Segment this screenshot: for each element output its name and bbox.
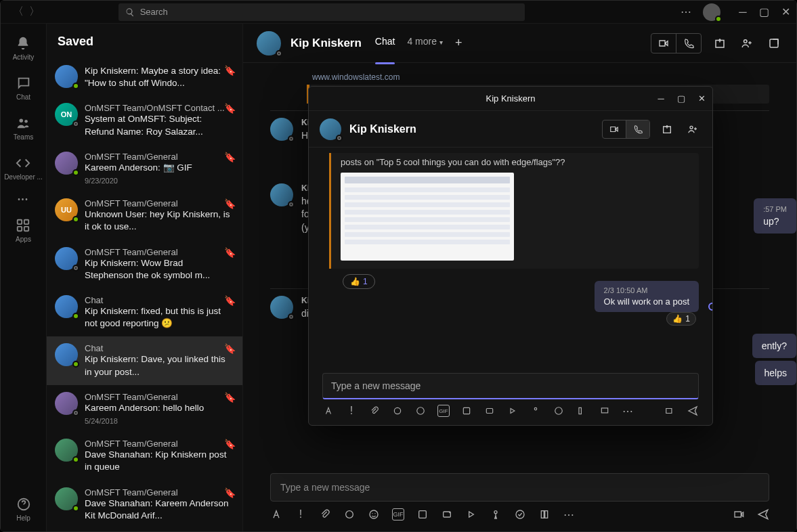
list-text: Kip Kniskern: Maybe a story idea: "How t…	[85, 65, 233, 89]
rail-chat[interactable]: Chat	[16, 76, 31, 101]
chat-avatar[interactable]	[257, 31, 281, 56]
bookmark-icon[interactable]: 🔖	[224, 65, 236, 76]
share-button[interactable]	[711, 35, 729, 52]
tab-more[interactable]: 4 more ▾	[407, 33, 442, 53]
forward-button[interactable]: 〉	[29, 5, 40, 19]
rail-help[interactable]: Help	[16, 497, 31, 522]
bookmark-icon[interactable]: 🔖	[224, 487, 236, 498]
together-icon[interactable]	[483, 405, 496, 417]
bookmark-icon[interactable]: 🔖	[224, 103, 236, 114]
saved-item[interactable]: UUOnMSFT Team/GeneralUnknown User: hey K…	[47, 192, 242, 240]
minimize-button[interactable]: ─	[738, 7, 748, 17]
saved-item[interactable]: OnMSFT Team/GeneralKareem Anderson: hell…	[47, 385, 242, 432]
loop-icon[interactable]	[343, 508, 356, 520]
reaction-pill[interactable]: 👍1	[343, 274, 375, 289]
saved-item[interactable]: ChatKip Kniskern: fixed, but this is jus…	[47, 288, 242, 336]
approvals-icon[interactable]	[553, 405, 565, 417]
bookmark-icon[interactable]: 🔖	[224, 198, 236, 209]
popout-add-people-button[interactable]	[684, 120, 702, 138]
message-avatar[interactable]	[270, 296, 293, 319]
profile-avatar[interactable]	[703, 3, 720, 21]
search-input[interactable]: Search	[119, 3, 525, 21]
attach-icon[interactable]	[319, 508, 331, 520]
praise-icon[interactable]	[530, 405, 542, 417]
saved-item[interactable]: OnMSFT Team/GeneralDave Shanahan: Kip Kn…	[47, 432, 242, 480]
rail-more[interactable]: •••	[18, 196, 29, 203]
rail-apps[interactable]: Apps	[16, 218, 31, 243]
priority-icon[interactable]: !	[295, 508, 307, 520]
schedule-icon[interactable]	[733, 508, 745, 520]
compose-input[interactable]: Type a new message	[270, 473, 769, 502]
rail-teams[interactable]: Teams	[14, 116, 33, 141]
popout-video-button[interactable]	[603, 120, 626, 138]
more-icon[interactable]: ⋯	[681, 7, 691, 17]
more-icon[interactable]: ⋯	[622, 405, 634, 417]
format-icon[interactable]	[270, 508, 282, 520]
message-avatar[interactable]	[270, 118, 293, 141]
chat-tabs: Chat 4 more ▾ +	[375, 33, 462, 53]
image-thumbnail[interactable]	[341, 173, 514, 261]
emoji-icon[interactable]	[414, 405, 427, 417]
viva-icon[interactable]	[576, 405, 588, 417]
attach-icon[interactable]	[368, 405, 381, 417]
bookmark-icon[interactable]: 🔖	[224, 392, 236, 403]
stream-icon[interactable]	[507, 405, 519, 417]
schedule-icon[interactable]	[664, 405, 676, 417]
saved-item[interactable]: ONOnMSFT Team/OnMSFT Contact ...System a…	[47, 96, 242, 144]
gif-icon[interactable]: GIF	[392, 508, 404, 520]
add-people-button[interactable]	[738, 35, 756, 52]
praise-icon[interactable]	[490, 508, 502, 520]
audio-call-button[interactable]	[676, 34, 701, 53]
approvals-icon[interactable]	[514, 508, 526, 520]
rail-developer[interactable]: Developer ...	[4, 156, 43, 181]
list-title: Chat	[85, 295, 233, 305]
maximize-button[interactable]: ▢	[760, 7, 769, 17]
bookmark-icon[interactable]: 🔖	[224, 439, 236, 449]
popout-outgoing: 2/3 10:50 AM Ok will work on a post 👍1	[595, 281, 699, 312]
saved-item[interactable]: Kip Kniskern: Maybe a story idea: "How t…	[47, 58, 242, 96]
rail-label: Chat	[16, 93, 30, 101]
sticker-icon[interactable]	[460, 405, 473, 417]
popout-close[interactable]: ✕	[696, 93, 707, 104]
gif-icon[interactable]: GIF	[437, 405, 450, 417]
saved-item[interactable]: OnMSFT Team/GeneralKip Kniskern: Wow Bra…	[47, 240, 242, 288]
bookmark-icon[interactable]: 🔖	[224, 152, 236, 162]
search-icon	[125, 7, 135, 17]
nav-arrows: 〈 〉	[13, 5, 40, 19]
loop-icon[interactable]	[391, 405, 404, 417]
popout-button[interactable]	[765, 35, 783, 52]
bookmark-icon[interactable]: 🔖	[224, 295, 236, 306]
popout-compose-input[interactable]: Type a new message	[322, 373, 699, 399]
popout-maximize[interactable]: ▢	[676, 93, 687, 104]
list-text: Kip Kniskern: fixed, but this is just no…	[85, 305, 233, 330]
popout-audio-button[interactable]	[626, 120, 649, 138]
tab-chat[interactable]: Chat	[375, 33, 395, 53]
stream-icon[interactable]	[465, 508, 477, 520]
more-icon[interactable]: ⋯	[563, 508, 575, 520]
reaction-pill[interactable]: 👍1	[666, 312, 696, 326]
back-button[interactable]: 〈	[13, 5, 24, 19]
bookmark-icon[interactable]: 🔖	[224, 247, 236, 258]
bookmark-icon[interactable]: 🔖	[224, 343, 236, 354]
emoji-icon[interactable]	[368, 508, 380, 520]
rail-activity[interactable]: Activity	[13, 36, 35, 61]
saved-item[interactable]: OnMSFT Team/GeneralKareem Anderson: 📷 GI…	[47, 145, 242, 192]
tab-add[interactable]: +	[455, 33, 462, 53]
viva-icon[interactable]	[538, 508, 551, 520]
saved-item[interactable]: ChatKip Kniskern: Dave, you linked this …	[47, 336, 242, 384]
saved-item[interactable]: OnMSFT Team/GeneralDave Shanahan: Kareem…	[47, 481, 242, 529]
send-button[interactable]	[687, 405, 699, 417]
send-button[interactable]	[757, 508, 769, 520]
close-button[interactable]: ✕	[781, 7, 791, 17]
sticker-icon[interactable]	[416, 508, 429, 520]
together-icon[interactable]	[441, 508, 453, 520]
whiteboard-icon[interactable]	[599, 405, 611, 417]
video-call-button[interactable]	[651, 34, 676, 53]
message-avatar[interactable]	[270, 183, 293, 206]
url-card[interactable]: www.windowslatest.com	[307, 70, 769, 85]
popout-share-button[interactable]	[658, 120, 676, 138]
priority-icon[interactable]: !	[345, 405, 358, 417]
format-icon[interactable]	[322, 405, 335, 417]
popout-avatar[interactable]	[320, 118, 341, 140]
popout-minimize[interactable]: ─	[655, 93, 666, 104]
